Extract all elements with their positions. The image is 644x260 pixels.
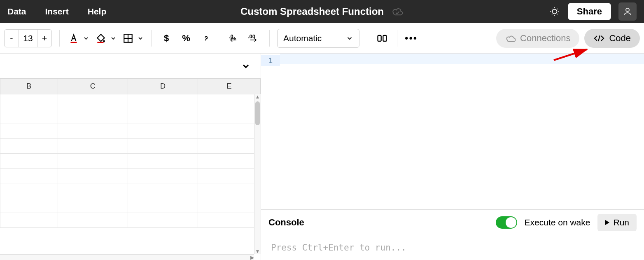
cell[interactable]	[58, 183, 128, 198]
cell[interactable]	[198, 139, 261, 154]
formula-bar[interactable]	[0, 54, 261, 78]
svg-text:.00: .00	[248, 33, 255, 40]
run-button[interactable]: Run	[597, 214, 637, 231]
cell[interactable]	[58, 94, 128, 109]
fill-color-button[interactable]	[94, 32, 117, 45]
svg-rect-2	[70, 42, 77, 43]
cell[interactable]	[0, 183, 58, 198]
column-header[interactable]: C	[58, 79, 128, 94]
cell[interactable]	[58, 213, 128, 228]
scroll-thumb[interactable]	[255, 101, 260, 125]
cell[interactable]	[0, 154, 58, 169]
cell[interactable]	[128, 183, 198, 198]
console-header: Console Execute on wake Run	[261, 210, 644, 235]
menu-help[interactable]: Help	[88, 7, 107, 16]
code-button[interactable]: Code	[584, 29, 640, 48]
connections-label: Connections	[520, 33, 570, 44]
line-gutter: 1	[261, 54, 280, 65]
editor-empty-area[interactable]	[261, 65, 644, 209]
title-wrap: Custom Spreadsheet Function	[240, 6, 404, 17]
divider	[269, 30, 270, 47]
cell[interactable]	[128, 154, 198, 169]
horizontal-scrollbar[interactable]: ▶	[0, 254, 254, 260]
divider	[367, 30, 367, 47]
cell[interactable]	[0, 139, 58, 154]
console-placeholder: Press Ctrl+Enter to run...	[271, 243, 406, 253]
cell[interactable]	[198, 154, 261, 169]
cell[interactable]	[128, 94, 198, 109]
column-header[interactable]: B	[0, 79, 58, 94]
execute-on-wake-toggle[interactable]	[496, 216, 517, 229]
spreadsheet-grid[interactable]: B C D E	[0, 78, 261, 228]
cell[interactable]	[0, 124, 58, 139]
currency-button[interactable]: $	[159, 31, 174, 46]
cell[interactable]	[198, 109, 261, 124]
code-editor[interactable]: 1	[261, 54, 644, 210]
cell[interactable]	[198, 183, 261, 198]
number-format-dropdown[interactable]: Automatic	[277, 29, 359, 48]
text-color-icon	[67, 32, 80, 45]
cell[interactable]	[128, 213, 198, 228]
scroll-right-icon[interactable]: ▶	[250, 255, 254, 260]
more-options-button[interactable]: •••	[405, 33, 418, 44]
code-pane: 1 Console Execute on wake Run Press Ctrl…	[261, 54, 644, 260]
cell[interactable]	[128, 198, 198, 213]
cell[interactable]	[0, 109, 58, 124]
cell[interactable]	[198, 213, 261, 228]
share-button[interactable]: Share	[568, 3, 611, 20]
grid-wrap: B C D E ▲	[0, 78, 261, 260]
font-size-value[interactable]: 13	[19, 30, 37, 47]
cell[interactable]	[58, 124, 128, 139]
user-button[interactable]	[618, 2, 637, 21]
menubar-right: Share	[549, 2, 637, 21]
scroll-down-icon[interactable]: ▼	[254, 248, 261, 254]
cell[interactable]	[0, 198, 58, 213]
cell[interactable]	[0, 169, 58, 183]
borders-icon	[121, 32, 135, 45]
cell[interactable]	[58, 109, 128, 124]
document-title[interactable]: Custom Spreadsheet Function	[240, 6, 384, 17]
cell[interactable]	[128, 169, 198, 183]
cell[interactable]	[0, 94, 58, 109]
svg-rect-9	[378, 35, 381, 41]
main-split: B C D E ▲	[0, 54, 644, 260]
divider	[59, 30, 60, 47]
editor-line[interactable]	[280, 54, 644, 64]
cell[interactable]	[198, 124, 261, 139]
cell[interactable]	[198, 198, 261, 213]
cell[interactable]	[58, 198, 128, 213]
chevron-down-icon[interactable]	[241, 61, 251, 71]
scroll-up-icon[interactable]: ▲	[254, 94, 261, 100]
font-size-decrease[interactable]: -	[5, 30, 19, 47]
font-color-button[interactable]	[67, 32, 89, 45]
cell[interactable]	[58, 154, 128, 169]
cell[interactable]	[0, 213, 58, 228]
cell[interactable]	[128, 124, 198, 139]
comma-button[interactable]	[198, 31, 213, 46]
vertical-scrollbar[interactable]: ▲ ▼	[254, 94, 261, 254]
menu-data[interactable]: Data	[7, 7, 26, 16]
cell[interactable]	[58, 139, 128, 154]
cell[interactable]	[128, 139, 198, 154]
expand-button[interactable]	[375, 31, 390, 46]
increase-decimal-button[interactable]: .00	[247, 31, 262, 46]
chevron-down-icon	[346, 35, 353, 42]
divider	[397, 30, 397, 47]
spreadsheet-pane: B C D E ▲	[0, 54, 261, 260]
lightbulb-icon[interactable]	[549, 6, 560, 17]
cell[interactable]	[58, 169, 128, 183]
percent-button[interactable]: %	[179, 31, 194, 46]
menu-insert[interactable]: Insert	[45, 7, 69, 16]
fill-icon	[94, 32, 107, 45]
borders-button[interactable]	[121, 32, 144, 45]
font-size-increase[interactable]: +	[37, 30, 51, 47]
code-label: Code	[609, 33, 631, 44]
cell[interactable]	[198, 94, 261, 109]
console-body[interactable]: Press Ctrl+Enter to run...	[261, 235, 644, 260]
connections-button[interactable]: Connections	[496, 29, 579, 48]
cell[interactable]	[128, 109, 198, 124]
cell[interactable]	[198, 169, 261, 183]
column-header[interactable]: D	[128, 79, 198, 94]
decrease-decimal-button[interactable]: .0	[227, 31, 242, 46]
column-header[interactable]: E	[198, 79, 261, 94]
